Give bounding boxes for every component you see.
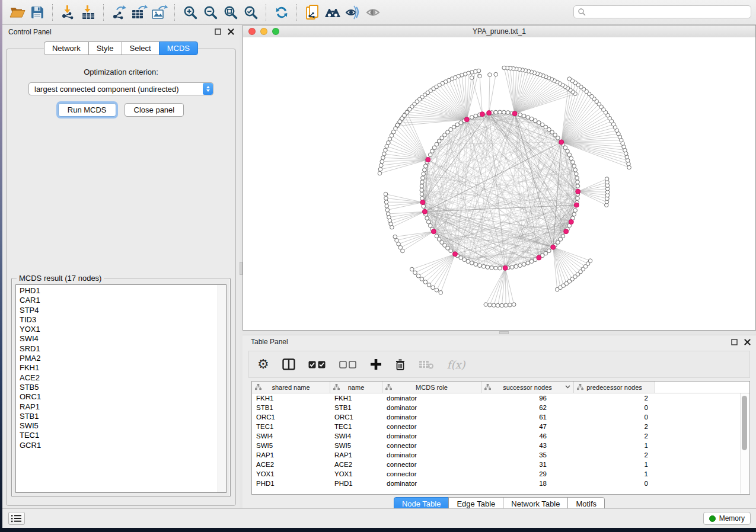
mcds-result-item[interactable]: TEC1 [20,431,216,440]
table-cell[interactable]: 0 [574,480,655,487]
network-node[interactable] [481,264,486,268]
network-node[interactable] [490,266,494,270]
network-node[interactable] [506,111,510,115]
mcds-result-item[interactable]: STB1 [20,412,216,421]
mcds-hub-node[interactable] [559,140,564,145]
table-cell[interactable]: 96 [481,395,574,402]
table-cell[interactable]: 35 [481,451,574,459]
network-node[interactable] [459,256,463,260]
table-cell[interactable]: dominator [382,480,481,487]
mcds-hub-node[interactable] [464,117,469,122]
table-cell[interactable]: 0 [574,404,655,411]
memory-button[interactable]: Memory [703,512,751,525]
mcds-hub-node[interactable] [551,245,556,249]
network-node[interactable] [576,196,580,200]
network-node[interactable] [569,156,573,161]
satellite-node[interactable] [387,141,391,145]
export-image-icon[interactable] [151,4,168,21]
table-cell[interactable]: FKH1 [252,395,330,402]
network-node[interactable] [498,266,502,270]
satellite-node[interactable] [393,235,397,239]
satellite-node[interactable] [502,66,506,70]
table-cell[interactable]: 29 [481,470,574,477]
satellite-node[interactable] [401,249,405,253]
network-node[interactable] [494,110,498,114]
table-cell[interactable]: dominator [382,404,481,411]
satellite-node[interactable] [420,277,424,281]
network-node[interactable] [422,168,426,172]
window-minimize-icon[interactable] [260,28,267,35]
table-cell[interactable]: 47 [481,423,574,430]
show-task-history-button[interactable] [8,512,25,525]
table-cell[interactable]: 0 [574,414,655,421]
network-node[interactable] [576,180,580,184]
network-node[interactable] [573,209,578,213]
table-scrollbar-thumb[interactable] [742,396,747,450]
window-zoom-icon[interactable] [272,28,279,35]
mcds-result-item[interactable]: TID3 [20,315,216,325]
table-cell[interactable]: SWI5 [252,442,330,449]
table-cell[interactable]: YOX1 [330,470,382,477]
table-row[interactable]: YOX1YOX1connector291 [252,469,749,479]
satellite-node[interactable] [588,259,592,263]
tab-select[interactable]: Select [122,41,160,55]
network-node[interactable] [514,264,518,268]
apply-preferred-layout-icon[interactable] [273,4,291,21]
satellite-node[interactable] [605,177,609,181]
search-input[interactable] [586,7,751,17]
satellite-node[interactable] [470,76,474,80]
network-node[interactable] [529,259,534,264]
satellite-node[interactable] [427,283,431,287]
satellite-node[interactable] [380,159,384,164]
mcds-result-item[interactable]: SWI5 [20,421,216,431]
satellite-node[interactable] [384,148,388,152]
mcds-hub-node[interactable] [537,255,541,260]
first-neighbors-of-selected-nodes-icon[interactable] [324,4,342,21]
mcds-result-list[interactable]: PHD1CAR1STP4TID3YOX1SWI4SRD1PMA2FKH1ACE2… [15,284,227,493]
zoom-in-icon[interactable] [181,4,199,21]
satellite-node[interactable] [384,200,388,204]
satellite-node[interactable] [416,274,420,278]
table-cell[interactable]: ACE2 [252,461,330,468]
open-session-icon[interactable] [8,4,26,21]
mcds-hub-node[interactable] [426,158,430,162]
table-cell[interactable]: connector [382,461,481,468]
table-row[interactable]: SWI5SWI5connector431 [252,441,749,450]
new-network-from-selection-icon[interactable] [304,4,321,21]
horizontal-splitter-grip[interactable] [499,331,509,334]
network-node[interactable] [422,172,426,176]
satellite-node[interactable] [378,168,382,172]
table-cell[interactable]: dominator [382,451,481,459]
mcds-result-item[interactable]: CAR1 [20,296,216,305]
table-cell[interactable]: dominator [382,414,481,421]
network-node[interactable] [573,168,578,172]
network-node[interactable] [423,164,428,168]
mcds-result-item[interactable]: SWI4 [20,334,216,344]
network-node[interactable] [462,258,467,262]
satellite-node[interactable] [378,171,382,175]
mcds-hub-node[interactable] [512,111,517,116]
network-node[interactable] [420,184,424,188]
network-canvas[interactable] [243,37,755,330]
table-cell[interactable]: 31 [481,461,574,468]
table-cell[interactable]: 43 [481,442,574,449]
network-node[interactable] [466,259,470,264]
column-header-shared-name[interactable]: shared name [252,382,330,393]
table-cell[interactable]: 18 [481,480,574,487]
table-cell[interactable]: ORC1 [330,414,382,421]
close-panel-button[interactable]: Close panel [125,103,184,117]
float-panel-icon[interactable] [213,27,222,36]
mcds-result-item[interactable]: STP4 [20,306,216,315]
table-cell[interactable]: SWI4 [330,432,382,440]
network-node[interactable] [567,153,572,157]
satellite-node[interactable] [390,225,394,229]
show-columns-icon[interactable] [282,355,295,373]
network-node[interactable] [425,216,429,220]
mcds-result-item[interactable]: PMA2 [20,354,216,363]
table-cell[interactable]: 2 [574,451,655,459]
search-field[interactable] [573,5,751,18]
satellite-node[interactable] [494,72,498,76]
network-node[interactable] [571,160,575,164]
table-row[interactable]: RAP1RAP1dominator352 [252,450,749,460]
mcds-result-item[interactable]: SRD1 [20,344,216,354]
